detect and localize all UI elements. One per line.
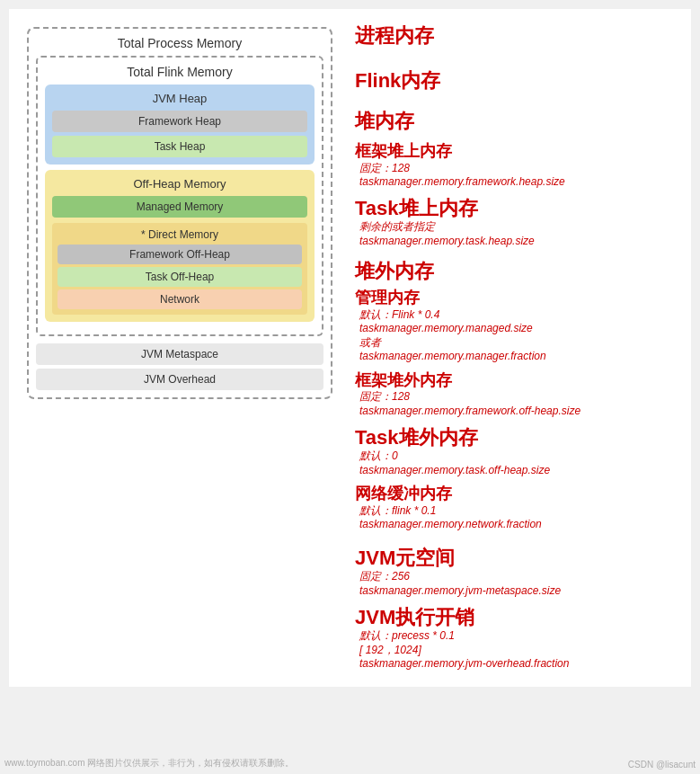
config-jvm-overhead-1: 默认：precess * 0.1 — [355, 629, 678, 644]
config-task-offheap-1: 默认：0 — [355, 449, 678, 464]
watermark-left: www.toymoban.com 网络图片仅供展示，非行为，如有侵权请联系删除。 — [4, 757, 294, 770]
total-process-label: Total Process Memory — [36, 36, 323, 50]
config-managed-1: 默认：Flink * 0.4 — [355, 308, 678, 323]
config-managed-4: taskmanager.memory.manager.fraction — [355, 350, 678, 364]
section-process-memory: 进程内存 — [355, 24, 678, 48]
section-task-offheap: Task堆外内存 默认：0 taskmanager.memory.task.of… — [355, 426, 678, 478]
config-network-2: taskmanager.memory.network.fraction — [355, 518, 678, 532]
task-offheap-box: Task Off-Heap — [58, 267, 302, 287]
config-task-heap-1: 剩余的或者指定 — [355, 220, 678, 235]
section-flink-memory: Flink内存 — [355, 69, 678, 93]
section-managed: 管理内存 默认：Flink * 0.4 taskmanager.memory.m… — [355, 289, 678, 364]
config-framework-offheap-1: 固定：128 — [355, 390, 678, 405]
config-jvm-overhead-3: taskmanager.memory.jvm-overhead.fraction — [355, 657, 678, 672]
network-box: Network — [58, 289, 302, 309]
jvm-heap-label: JVM Heap — [52, 92, 307, 105]
config-jvm-metaspace-1: 固定：256 — [355, 570, 678, 584]
zh-title-jvm-metaspace: JVM元空间 — [355, 547, 678, 570]
right-panel: 进程内存 Flink内存 堆内存 框架堆上内存 固定：128 taskmanag… — [346, 18, 687, 678]
config-task-heap-2: taskmanager.memory.task.heap.size — [355, 235, 678, 249]
total-flink-box: Total Flink Memory JVM Heap Framework He… — [36, 56, 323, 336]
config-jvm-overhead-2: [ 192，1024] — [355, 644, 678, 658]
total-process-box: Total Process Memory Total Flink Memory … — [27, 27, 332, 399]
section-heap-memory: 堆内存 — [355, 110, 678, 133]
config-managed-3: 或者 — [355, 336, 678, 351]
task-heap-box: Task Heap — [52, 136, 307, 157]
jvm-overhead-box: JVM Overhead — [36, 369, 323, 390]
zh-title-jvm-overhead: JVM执行开销 — [355, 606, 678, 629]
config-jvm-metaspace-2: taskmanager.memory.jvm-metaspace.size — [355, 584, 678, 599]
jvm-heap-box: JVM Heap Framework Heap Task Heap — [45, 85, 315, 165]
zh-title-task-offheap: Task堆外内存 — [355, 426, 678, 449]
config-managed-2: taskmanager.memory.managed.size — [355, 322, 678, 336]
config-task-offheap-2: taskmanager.memory.task.off-heap.size — [355, 464, 678, 478]
zh-title-task-heap: Task堆上内存 — [355, 197, 678, 220]
config-framework-heap-2: taskmanager.memory.framework.heap.size — [355, 175, 678, 190]
left-panel: Total Process Memory Total Flink Memory … — [13, 18, 346, 678]
zh-title-offheap: 堆外内存 — [355, 260, 678, 283]
offheap-memory-box: Off-Heap Memory Managed Memory * Direct … — [45, 170, 315, 322]
section-task-heap: Task堆上内存 剩余的或者指定 taskmanager.memory.task… — [355, 197, 678, 249]
main-container: Total Process Memory Total Flink Memory … — [9, 9, 691, 687]
section-jvm-overhead: JVM执行开销 默认：precess * 0.1 [ 192，1024] tas… — [355, 606, 678, 672]
managed-memory-box: Managed Memory — [52, 196, 307, 218]
framework-heap-box: Framework Heap — [52, 111, 307, 132]
direct-memory-box: * Direct Memory Framework Off-Heap Task … — [52, 223, 307, 315]
jvm-metaspace-box: JVM Metaspace — [36, 343, 323, 365]
section-network: 网络缓冲内存 默认：flink * 0.1 taskmanager.memory… — [355, 485, 678, 532]
config-framework-offheap-2: taskmanager.memory.framework.off-heap.si… — [355, 405, 678, 419]
watermark-right: CSDN @lisacunt — [628, 760, 696, 770]
zh-title-flink: Flink内存 — [355, 69, 678, 93]
offheap-label: Off-Heap Memory — [52, 177, 307, 191]
zh-title-framework-heap: 框架堆上内存 — [355, 142, 678, 162]
zh-title-managed: 管理内存 — [355, 289, 678, 308]
total-flink-label: Total Flink Memory — [45, 65, 315, 79]
section-framework-heap: 框架堆上内存 固定：128 taskmanager.memory.framewo… — [355, 142, 678, 190]
zh-title-process: 进程内存 — [355, 24, 678, 48]
zh-title-framework-offheap: 框架堆外内存 — [355, 371, 678, 391]
framework-offheap-box: Framework Off-Heap — [58, 245, 302, 264]
zh-title-network: 网络缓冲内存 — [355, 485, 678, 504]
direct-memory-label: * Direct Memory — [58, 228, 302, 241]
zh-title-heap: 堆内存 — [355, 110, 678, 133]
section-offheap: 堆外内存 — [355, 260, 678, 283]
config-network-1: 默认：flink * 0.1 — [355, 504, 678, 519]
config-framework-heap-1: 固定：128 — [355, 162, 678, 176]
section-jvm-metaspace: JVM元空间 固定：256 taskmanager.memory.jvm-met… — [355, 547, 678, 599]
section-framework-offheap: 框架堆外内存 固定：128 taskmanager.memory.framewo… — [355, 371, 678, 419]
